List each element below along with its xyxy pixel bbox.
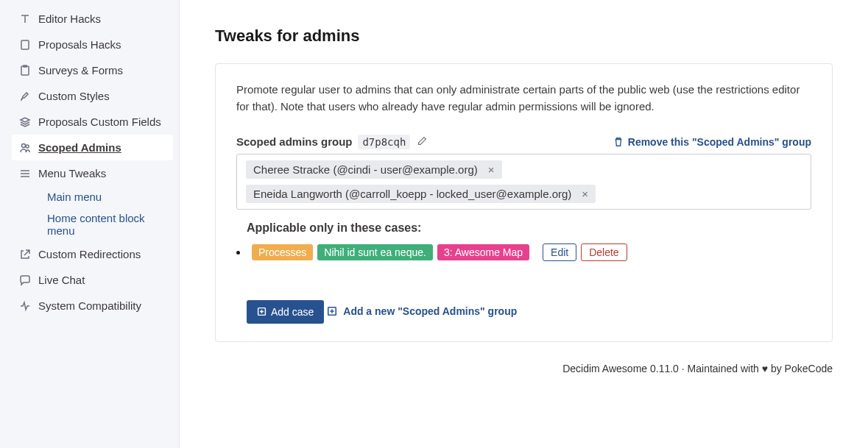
edit-case-button[interactable]: Edit <box>543 243 576 261</box>
sidebar-item-menu-tweaks[interactable]: Menu Tweaks <box>0 160 179 186</box>
sidebar-item-label: Custom Styles <box>38 90 110 102</box>
sidebar-item-surveys[interactable]: Surveys & Forms <box>0 57 179 83</box>
sidebar-item-label: System Compatibility <box>38 299 141 312</box>
users-icon <box>19 142 31 154</box>
user-chip: Eneida Langworth (@carroll_koepp - locke… <box>246 185 596 203</box>
sidebar-item-chat[interactable]: Live Chat <box>0 267 179 293</box>
case-row: Processes Nihil id sunt ea neque. 3: Awe… <box>236 243 811 261</box>
sidebar-item-compat[interactable]: System Compatibility <box>0 293 179 319</box>
document-icon <box>19 39 31 51</box>
chat-icon <box>19 274 31 286</box>
brush-icon <box>19 90 31 102</box>
svg-point-3 <box>26 145 29 148</box>
external-link-icon <box>19 249 31 260</box>
svg-rect-0 <box>21 40 29 49</box>
clipboard-icon <box>19 65 31 77</box>
tag-processes: Processes <box>252 244 313 260</box>
group-label: Scoped admins group <box>236 135 353 148</box>
chip-label: Eneida Langworth (@carroll_koepp - locke… <box>253 188 571 200</box>
tag-space: Nihil id sunt ea neque. <box>317 244 433 260</box>
menu-icon <box>19 168 31 179</box>
activity-icon <box>19 300 31 312</box>
tag-component: 3: Awesome Map <box>437 244 529 260</box>
layers-icon <box>19 116 31 128</box>
remove-group-label: Remove this "Scoped Admins" group <box>628 136 811 148</box>
pencil-icon[interactable] <box>417 136 427 148</box>
delete-case-button[interactable]: Delete <box>581 243 627 261</box>
sidebar-item-editor-hacks[interactable]: Editor Hacks <box>0 6 179 32</box>
sidebar-item-redirections[interactable]: Custom Redirections <box>0 241 179 267</box>
text-icon <box>19 13 31 25</box>
svg-rect-1 <box>21 66 29 75</box>
trash-icon <box>613 137 624 147</box>
page-title: Tweaks for admins <box>215 26 833 46</box>
sidebar-sub-main-menu[interactable]: Main menu <box>0 186 179 207</box>
add-case-label: Add case <box>271 306 314 318</box>
plus-square-icon <box>257 307 267 316</box>
chip-label: Cheree Stracke (@cindi - user@example.or… <box>253 163 478 176</box>
chip-remove-icon[interactable]: × <box>579 188 591 200</box>
user-chip: Cheree Stracke (@cindi - user@example.or… <box>246 160 502 179</box>
chip-remove-icon[interactable]: × <box>485 163 498 176</box>
applicable-heading: Applicable only in these cases: <box>247 221 811 235</box>
users-input[interactable]: Cheree Stracke (@cindi - user@example.or… <box>236 154 811 210</box>
sidebar-item-label: Proposals Custom Fields <box>38 115 161 128</box>
sidebar-item-proposals-hacks[interactable]: Proposals Hacks <box>0 32 179 57</box>
sidebar-item-styles[interactable]: Custom Styles <box>0 83 179 109</box>
add-case-button[interactable]: Add case <box>247 300 324 324</box>
group-code: d7p8cqh <box>358 135 410 149</box>
remove-group-link[interactable]: Remove this "Scoped Admins" group <box>613 136 811 148</box>
panel: Promote regular user to admins that can … <box>215 63 833 342</box>
sidebar-item-scoped-admins[interactable]: Scoped Admins <box>12 135 173 160</box>
intro-text: Promote regular user to admins that can … <box>236 82 811 115</box>
svg-point-2 <box>22 143 26 147</box>
main-content: Tweaks for admins Promote regular user t… <box>180 0 868 448</box>
sidebar-item-label: Surveys & Forms <box>38 64 123 77</box>
sidebar-item-label: Live Chat <box>38 274 85 286</box>
plus-square-icon <box>327 306 337 316</box>
sidebar-item-label: Menu Tweaks <box>38 167 106 179</box>
bullet-icon <box>236 251 240 255</box>
group-header: Scoped admins group d7p8cqh Remove this … <box>236 135 811 148</box>
sidebar-item-label: Scoped Admins <box>38 141 121 154</box>
sidebar-item-custom-fields[interactable]: Proposals Custom Fields <box>0 109 179 135</box>
add-group-label: Add a new "Scoped Admins" group <box>343 305 517 317</box>
sidebar-sub-home-block[interactable]: Home content block menu <box>0 207 179 241</box>
add-group-link[interactable]: Add a new "Scoped Admins" group <box>327 305 517 317</box>
sidebar-item-label: Proposals Hacks <box>38 38 121 51</box>
sidebar: Editor Hacks Proposals Hacks Surveys & F… <box>0 0 180 448</box>
sidebar-item-label: Custom Redirections <box>38 248 141 260</box>
footer-text: Decidim Awesome 0.11.0 · Maintained with… <box>215 363 833 374</box>
sidebar-item-label: Editor Hacks <box>38 13 101 25</box>
